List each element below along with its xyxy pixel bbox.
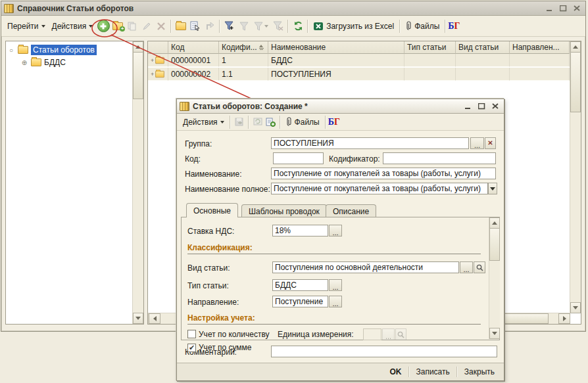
toolbar-separator (325, 116, 326, 129)
kind-field[interactable]: Поступления по основной деятельности (272, 261, 459, 273)
cell-name[interactable]: ПОСТУПЛЕНИЯ (268, 68, 404, 81)
type-field[interactable]: БДДС (272, 279, 328, 291)
dialog-files-button[interactable]: Файлы (283, 115, 323, 129)
scroll-down-button[interactable] (570, 302, 581, 313)
main-titlebar[interactable]: Справочник Статьи оборотов (1, 1, 585, 16)
vat-select-button[interactable]: ... (329, 225, 342, 237)
minimize-icon[interactable] (462, 102, 474, 111)
select-list-button[interactable] (188, 19, 203, 34)
table-row[interactable]: + (148, 68, 168, 81)
column-header-icon[interactable] (148, 41, 168, 54)
close-icon[interactable] (572, 4, 583, 13)
dialog-titlebar[interactable]: Статьи оборотов: Создание * (177, 99, 504, 114)
dialog-button-bar: OK Записать Закрыть (177, 363, 504, 380)
cell-direction[interactable] (510, 68, 570, 81)
scroll-down-button[interactable] (489, 328, 500, 339)
code-field[interactable] (273, 152, 324, 164)
group-label: Группа: (185, 139, 212, 148)
group-clear-button[interactable] (485, 137, 496, 149)
fullname-dropdown-button[interactable] (488, 183, 497, 194)
column-header-code[interactable]: Код (168, 41, 219, 54)
cell-direction[interactable] (510, 54, 570, 67)
ok-button[interactable]: OK (383, 366, 408, 378)
name-field[interactable]: Поступление от покупателей за товары (ра… (271, 168, 496, 179)
folder-icon (18, 46, 28, 54)
dialog-menu-actions[interactable]: Действия (180, 116, 228, 129)
classification-header: Классификация: (187, 243, 481, 254)
tree-item-root[interactable]: ○ Статьи оборотов (6, 43, 143, 56)
group-select-button[interactable]: ... (470, 137, 484, 149)
scrollbar-thumb[interactable] (504, 313, 549, 324)
copy-new-button[interactable] (264, 116, 278, 129)
maximize-icon[interactable] (558, 4, 569, 13)
scroll-up-button[interactable] (489, 217, 500, 229)
scrollbar-thumb[interactable] (489, 228, 500, 261)
tab-description[interactable]: Описание (326, 204, 376, 217)
vat-field[interactable]: 18% (272, 225, 328, 237)
scrollbar-thumb[interactable] (133, 52, 143, 99)
refresh-button[interactable] (291, 19, 305, 34)
edit-button (139, 19, 154, 34)
cell-kind[interactable] (456, 68, 510, 81)
files-button[interactable]: Файлы (403, 19, 443, 33)
add-group-button[interactable]: + (110, 19, 125, 34)
column-header-codifier[interactable]: Кодифи... (219, 41, 268, 54)
cell-name[interactable]: БДДС (268, 54, 404, 67)
cell-codifier[interactable]: 1 (219, 54, 268, 67)
cell-type[interactable] (404, 68, 456, 81)
expand-icon[interactable]: ⊕ (20, 59, 28, 66)
row-expand-icon[interactable]: + (151, 57, 154, 64)
scroll-down-button[interactable] (133, 313, 143, 324)
column-header-type[interactable]: Тип статьи (404, 41, 456, 54)
table-vscrollbar[interactable] (570, 41, 581, 313)
type-select-button[interactable]: ... (329, 279, 342, 291)
kind-select-button[interactable]: ... (460, 261, 473, 273)
filter-clear-button (271, 19, 285, 34)
column-header-kind[interactable]: Вид статьи (456, 41, 510, 54)
group-field[interactable]: ПОСТУПЛЕНИЯ (271, 137, 469, 149)
cell-type[interactable] (404, 54, 456, 67)
cell-kind[interactable] (456, 54, 510, 67)
menu-goto[interactable]: Перейти (4, 20, 49, 33)
scroll-up-button[interactable] (133, 41, 143, 53)
tab-scrollbar[interactable] (489, 217, 500, 339)
save-record-button[interactable]: Записать (410, 366, 456, 378)
toolbar-separator (230, 116, 231, 129)
filter-set-button[interactable] (222, 19, 237, 34)
row-expand-icon[interactable]: + (151, 71, 154, 78)
paperclip-icon (286, 117, 292, 127)
minimize-icon[interactable] (544, 4, 555, 13)
scrollbar-thumb[interactable] (570, 52, 581, 112)
tree-scrollbar[interactable] (132, 41, 143, 324)
kind-search-button[interactable] (474, 261, 485, 273)
sum-checkbox-label[interactable]: Учет по сумме (199, 343, 252, 352)
column-header-direction[interactable]: Направлен... (510, 41, 570, 54)
direction-select-button[interactable]: ... (329, 296, 342, 307)
comment-field[interactable] (271, 346, 497, 357)
column-header-name[interactable]: Наименование (268, 41, 404, 54)
table-row[interactable]: + (148, 54, 168, 67)
qty-checkbox-label[interactable]: Учет по количеству (199, 330, 270, 339)
cell-code[interactable]: 000000001 (168, 54, 219, 67)
tab-templates[interactable]: Шаблоны проводок (241, 204, 327, 217)
cell-codifier[interactable]: 1.1 (219, 68, 268, 81)
sum-checkbox[interactable] (187, 344, 196, 352)
scroll-left-button[interactable] (149, 313, 160, 324)
expand-icon[interactable]: ○ (7, 47, 15, 54)
close-icon[interactable] (490, 102, 501, 111)
close-button[interactable]: Закрыть (458, 366, 501, 378)
menu-actions[interactable]: Действия (49, 20, 97, 33)
scroll-up-button[interactable] (570, 41, 581, 53)
codifier-field[interactable] (383, 152, 496, 164)
qty-checkbox[interactable] (187, 330, 196, 338)
direction-field[interactable]: Поступление (272, 296, 328, 307)
add-item-button[interactable] (96, 19, 110, 34)
tree-item-bdds[interactable]: ⊕ БДДС (6, 56, 143, 68)
fullname-field[interactable]: Поступление от покупателей за товары (ра… (271, 183, 488, 194)
maximize-icon[interactable] (476, 102, 487, 111)
load-excel-button[interactable]: Загрузить из Excel (310, 20, 397, 33)
cell-code[interactable]: 000000002 (168, 68, 219, 81)
scroll-right-button[interactable] (558, 313, 570, 324)
hierarchy-view-button[interactable] (174, 19, 188, 34)
tab-main[interactable]: Основные (186, 203, 238, 217)
